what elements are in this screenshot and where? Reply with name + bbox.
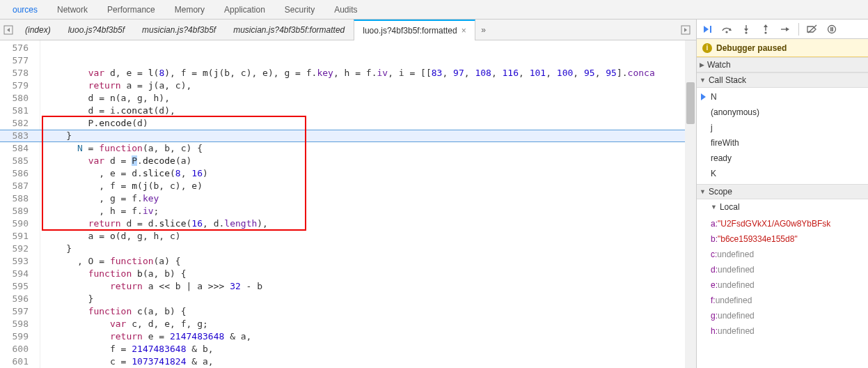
devtools-panel-tabs: ources Network Performance Memory Applic… bbox=[0, 0, 868, 20]
scope-body: a: "U2FsdGVkX1/AG0w8YbBFskb: "b6ce159334… bbox=[697, 215, 868, 342]
svg-marker-9 bbox=[744, 29, 748, 31]
svg-marker-1 bbox=[7, 28, 10, 32]
file-tab[interactable]: musician.js?4bf3b5f bbox=[134, 20, 225, 40]
banner-text: Debugger paused bbox=[716, 43, 787, 53]
svg-marker-3 bbox=[684, 28, 687, 32]
panel-tab-application[interactable]: Application bbox=[214, 0, 275, 20]
panel-tab-network[interactable]: Network bbox=[47, 0, 97, 20]
panel-tab-memory[interactable]: Memory bbox=[165, 0, 214, 20]
scope-local-header[interactable]: ▼ Local bbox=[697, 199, 868, 215]
chevron-down-icon: ▼ bbox=[700, 77, 706, 84]
stack-frame[interactable]: K bbox=[697, 166, 868, 181]
show-navigator-icon[interactable] bbox=[0, 20, 17, 40]
svg-point-13 bbox=[764, 31, 766, 33]
svg-rect-18 bbox=[830, 27, 832, 31]
debugger-paused-banner: i Debugger paused bbox=[697, 39, 868, 57]
file-tab[interactable]: musician.js?4bf3b5f:formatted bbox=[225, 20, 354, 40]
panel-tab-performance[interactable]: Performance bbox=[97, 0, 165, 20]
svg-point-10 bbox=[745, 31, 747, 33]
info-icon: i bbox=[702, 43, 712, 53]
call-stack-body: N (anonymous) j fireWith ready K bbox=[697, 88, 868, 184]
stack-frame[interactable]: ready bbox=[697, 151, 868, 166]
stack-frame[interactable]: (anonymous) bbox=[697, 105, 868, 120]
svg-point-7 bbox=[725, 31, 727, 33]
watch-label: Watch bbox=[707, 60, 731, 70]
toolbar-separator bbox=[798, 23, 799, 36]
scope-variable[interactable]: f: undefined bbox=[697, 293, 868, 308]
svg-marker-4 bbox=[704, 26, 709, 33]
tabs-overflow-icon[interactable]: » bbox=[475, 20, 492, 40]
svg-rect-5 bbox=[710, 26, 711, 33]
svg-marker-15 bbox=[786, 27, 789, 31]
code-area[interactable]: var d, e = l(8), f = m(j(b, c), e), g = … bbox=[40, 40, 696, 368]
step-over-icon[interactable] bbox=[720, 23, 733, 36]
panel-tab-sources[interactable]: ources bbox=[3, 0, 47, 20]
deactivate-breakpoints-icon[interactable] bbox=[806, 23, 819, 36]
scope-section-header[interactable]: ▼ Scope bbox=[697, 184, 868, 199]
panel-tab-security[interactable]: Security bbox=[275, 0, 324, 20]
main-area: (index) luoo.js?4bf3b5f musician.js?4bf3… bbox=[0, 20, 868, 368]
scope-variable[interactable]: c: undefined bbox=[697, 247, 868, 262]
svg-rect-19 bbox=[832, 27, 833, 31]
open-external-icon[interactable] bbox=[675, 20, 696, 40]
step-icon[interactable] bbox=[779, 23, 791, 36]
scope-variable[interactable]: b: "b6ce159334e155d8" bbox=[697, 231, 868, 247]
scope-variable[interactable]: g: undefined bbox=[697, 308, 868, 323]
scope-local-label: Local bbox=[720, 202, 740, 212]
stack-frame[interactable]: j bbox=[697, 120, 868, 135]
file-tab-bar: (index) luoo.js?4bf3b5f musician.js?4bf3… bbox=[0, 20, 696, 40]
stack-frame[interactable]: fireWith bbox=[697, 135, 868, 151]
chevron-down-icon: ▼ bbox=[711, 204, 717, 210]
editor-pane: (index) luoo.js?4bf3b5f musician.js?4bf3… bbox=[0, 20, 697, 368]
chevron-down-icon: ▼ bbox=[700, 188, 706, 195]
scope-variable[interactable]: a: "U2FsdGVkX1/AG0w8YbBFsk bbox=[697, 216, 868, 231]
close-icon[interactable]: × bbox=[461, 20, 466, 41]
scope-variable[interactable]: e: undefined bbox=[697, 277, 868, 293]
debugger-toolbar bbox=[697, 20, 868, 39]
file-tab-label: luoo.js?4bf3b5f:formatted bbox=[363, 20, 457, 41]
file-tab[interactable]: (index) bbox=[17, 20, 60, 40]
gutter-lines: 5765775785795805815825835845855865875885… bbox=[0, 42, 29, 368]
call-stack-label: Call Stack bbox=[709, 75, 746, 85]
chevron-right-icon: ▶ bbox=[700, 61, 704, 68]
step-out-icon[interactable] bbox=[759, 23, 772, 36]
svg-marker-12 bbox=[764, 24, 768, 27]
file-tab[interactable]: luoo.js?4bf3b5f bbox=[60, 20, 134, 40]
stack-frame[interactable]: N bbox=[697, 89, 868, 105]
debugger-sidebar: i Debugger paused ▶ Watch ▼ Call Stack N… bbox=[697, 20, 868, 368]
resume-icon[interactable] bbox=[701, 23, 713, 36]
code-editor[interactable]: 5765775785795805815825835845855865875885… bbox=[0, 40, 696, 368]
svg-point-17 bbox=[828, 25, 836, 33]
pause-on-exceptions-icon[interactable] bbox=[826, 23, 838, 36]
line-number-gutter: 5765775785795805815825835845855865875885… bbox=[0, 40, 40, 368]
step-into-icon[interactable] bbox=[740, 23, 752, 36]
scope-variable[interactable]: h: undefined bbox=[697, 323, 868, 339]
scope-variable[interactable]: d: undefined bbox=[697, 262, 868, 277]
file-tab-active[interactable]: luoo.js?4bf3b5f:formatted × bbox=[354, 20, 475, 40]
watch-section-header[interactable]: ▶ Watch bbox=[697, 57, 868, 72]
panel-tab-audits[interactable]: Audits bbox=[324, 0, 367, 20]
code-lines: var d, e = l(8), f = m(j(b, c), e), g = … bbox=[45, 67, 696, 368]
call-stack-section-header[interactable]: ▼ Call Stack bbox=[697, 72, 868, 88]
scope-label: Scope bbox=[709, 187, 732, 197]
